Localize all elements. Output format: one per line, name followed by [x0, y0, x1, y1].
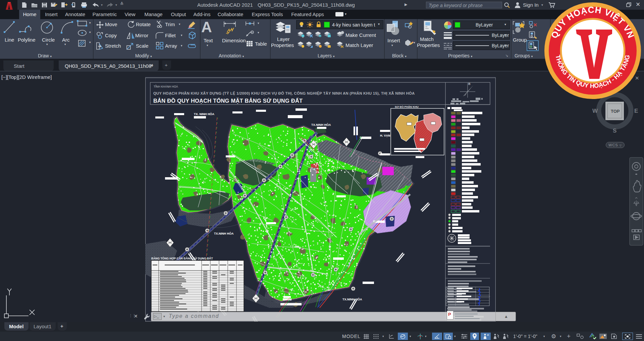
svg-text:E: E — [634, 108, 638, 114]
svg-text:TX.NINH HÒA: TX.NINH HÒA — [342, 297, 362, 301]
svg-text:TỈNH KHÁNH HOÀ: TỈNH KHÁNH HOÀ — [154, 85, 178, 88]
svg-text:BẢNG TỖNG HỢP CÂN BẪNG SỬ DỤNG: BẢNG TỖNG HỢP CÂN BẪNG SỬ DỤNG ĐẤT — [151, 256, 213, 260]
svg-text:B: B — [468, 82, 471, 86]
svg-text:SƠ ĐỒ PHÂN KHU: SƠ ĐỒ PHÂN KHU — [395, 105, 419, 108]
svg-text:W: W — [592, 108, 598, 114]
svg-text:TX.NINH HÒA: TX.NINH HÒA — [311, 123, 331, 127]
svg-text:TOP: TOP — [611, 109, 620, 114]
svg-text:QUY HOẠCH PHÂN KHU XÂY DỰNG (T: QUY HOẠCH PHÂN KHU XÂY DỰNG (TỶ LỆ 1/200… — [153, 91, 415, 96]
svg-text:BẢN ĐỒ QUY HOẠCH TỔNG MẶT BẢNG: BẢN ĐỒ QUY HOẠCH TỔNG MẶT BẢNG SỬ DỤNG Đ… — [153, 98, 303, 104]
svg-text:TX. NINH HÒA: TX. NINH HÒA — [194, 112, 215, 116]
svg-text:S: S — [613, 128, 616, 134]
svg-text:TX.NINH HÒA: TX.NINH HÒA — [214, 232, 234, 235]
